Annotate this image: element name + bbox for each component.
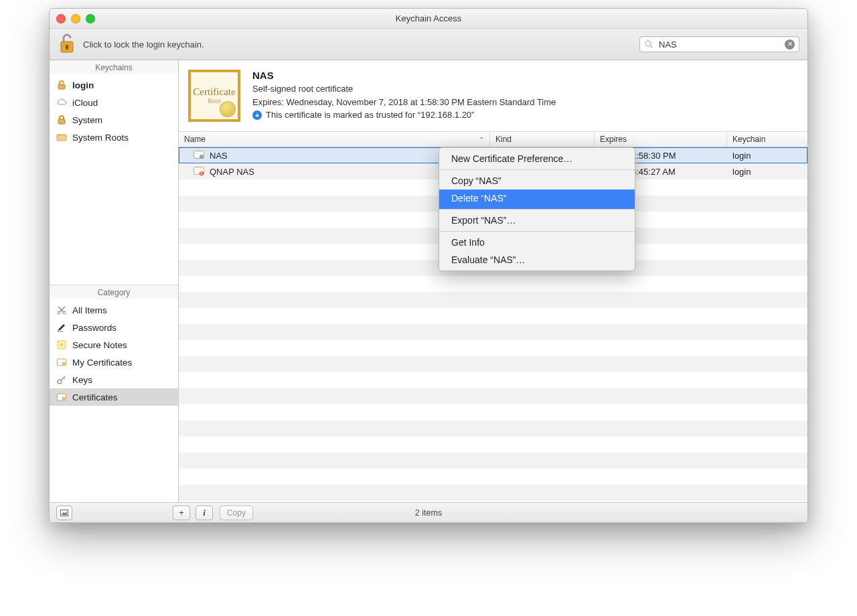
cert-icon: [193, 151, 204, 160]
folder-cert-icon: [56, 132, 67, 143]
app-window: Keychain Access Click to lock the login …: [49, 8, 808, 523]
sidebar: Keychains login iCloud: [50, 60, 179, 502]
sidebar-keychain-system-roots[interactable]: System Roots: [50, 129, 178, 146]
svg-rect-5: [58, 119, 65, 124]
sidebar-category-secure-notes[interactable]: Secure Notes: [50, 336, 178, 354]
svg-point-10: [63, 311, 66, 314]
sort-asc-icon: ⌃: [479, 136, 484, 143]
item-count: 2 items: [50, 508, 807, 518]
svg-point-18: [62, 362, 65, 365]
pencil-icon: [56, 322, 67, 333]
trust-plus-icon: +: [252, 110, 262, 120]
sidebar-header-category: Category: [50, 285, 178, 299]
sidebar-item-label: My Certificates: [72, 358, 132, 368]
window-title: Keychain Access: [50, 13, 807, 23]
sidebar-category-my-certificates[interactable]: My Certificates: [50, 354, 178, 371]
footer: + i Copy 2 items: [50, 502, 807, 522]
svg-point-12: [58, 331, 59, 332]
cell-keychain: login: [727, 151, 807, 161]
search-icon: [644, 40, 653, 49]
certificate-name: NAS: [252, 70, 556, 81]
sidebar-header-keychains: Keychains: [50, 60, 178, 74]
copy-button[interactable]: Copy: [220, 506, 253, 520]
sidebar-item-label: Keys: [72, 375, 92, 385]
cert-icon: [56, 392, 67, 402]
sidebar-keychain-system[interactable]: System: [50, 111, 178, 129]
column-header-kind[interactable]: Kind: [490, 132, 595, 147]
cell-keychain: login: [727, 167, 807, 177]
sidebar-item-label: Certificates: [72, 392, 118, 402]
sidebar-item-label: Secure Notes: [72, 340, 127, 350]
svg-point-2: [645, 41, 651, 46]
sidebar-category-passwords[interactable]: Passwords: [50, 319, 178, 336]
svg-line-3: [650, 46, 652, 48]
column-header-keychain[interactable]: Keychain: [727, 132, 807, 147]
add-button[interactable]: +: [173, 506, 190, 520]
column-header-name[interactable]: Name ⌃: [179, 132, 490, 147]
certificate-large-icon: Certificate Root: [188, 70, 240, 122]
show-preview-button[interactable]: [56, 506, 72, 520]
menu-item-new-cert-pref[interactable]: New Certificate Preference…: [439, 148, 635, 169]
main-pane: Certificate Root NAS Self-signed root ce…: [179, 60, 807, 502]
sidebar-category-all[interactable]: All Items: [50, 301, 178, 319]
certificate-detail: Certificate Root NAS Self-signed root ce…: [179, 60, 807, 132]
sidebar-item-label: login: [72, 80, 94, 90]
svg-rect-7: [57, 134, 61, 136]
lock-keychain-icon[interactable]: [58, 33, 76, 56]
cell-name: QNAP NAS: [210, 167, 254, 177]
svg-point-25: [200, 155, 204, 159]
toolbar: Click to lock the login keychain. ✕: [50, 29, 807, 60]
menu-item-delete[interactable]: Delete “NAS”: [439, 189, 635, 209]
keys-crossed-icon: [56, 305, 67, 315]
certificate-kind: Self-signed root certificate: [252, 82, 556, 96]
menu-item-get-info[interactable]: Get Info: [439, 232, 635, 251]
menu-item-copy[interactable]: Copy “NAS”: [439, 170, 635, 189]
titlebar: Keychain Access: [50, 9, 807, 29]
svg-line-21: [64, 378, 65, 379]
note-icon: [56, 339, 67, 350]
cloud-icon: [56, 97, 67, 108]
column-header-expires[interactable]: Expires: [595, 132, 727, 147]
svg-point-23: [62, 397, 65, 400]
info-button[interactable]: i: [196, 506, 213, 520]
search-input[interactable]: [657, 39, 785, 50]
svg-rect-16: [60, 343, 63, 346]
sidebar-item-label: iCloud: [72, 98, 98, 108]
toolbar-message: Click to lock the login keychain.: [83, 40, 639, 50]
sidebar-keychain-login[interactable]: login: [50, 76, 178, 94]
table-body: NAS 2018 at 1:58:30 PM login QNA: [179, 147, 807, 502]
menu-item-export[interactable]: Export “NAS”…: [439, 210, 635, 231]
svg-point-8: [58, 311, 60, 314]
lock-open-icon: [56, 80, 67, 90]
svg-marker-29: [62, 512, 67, 515]
context-menu: New Certificate Preference… Copy “NAS” D…: [439, 147, 635, 271]
certificate-trust-status: + This certificate is marked as trusted …: [252, 108, 556, 122]
sidebar-category-keys[interactable]: Keys: [50, 371, 178, 388]
cert-icon: [56, 357, 67, 368]
svg-rect-1: [66, 45, 68, 50]
cell-name: NAS: [210, 151, 228, 161]
svg-point-13: [60, 331, 61, 332]
menu-item-evaluate[interactable]: Evaluate “NAS”…: [439, 251, 635, 271]
certificate-expires: Expires: Wednesday, November 7, 2018 at …: [252, 96, 556, 109]
sidebar-item-label: All Items: [72, 305, 107, 315]
svg-rect-4: [58, 84, 65, 89]
lock-icon: [56, 114, 67, 125]
clear-search-icon[interactable]: ✕: [785, 40, 795, 50]
table-header: Name ⌃ Kind Expires Keychain: [179, 132, 807, 147]
sidebar-item-label: System Roots: [72, 133, 129, 143]
svg-point-14: [62, 331, 63, 332]
sidebar-item-label: Passwords: [72, 323, 116, 333]
cert-bad-icon: [193, 167, 204, 176]
sidebar-category-certificates[interactable]: Certificates: [50, 388, 178, 406]
key-icon: [56, 374, 67, 385]
search-field[interactable]: ✕: [639, 36, 799, 52]
sidebar-item-label: System: [72, 115, 102, 125]
sidebar-keychain-icloud[interactable]: iCloud: [50, 94, 178, 111]
